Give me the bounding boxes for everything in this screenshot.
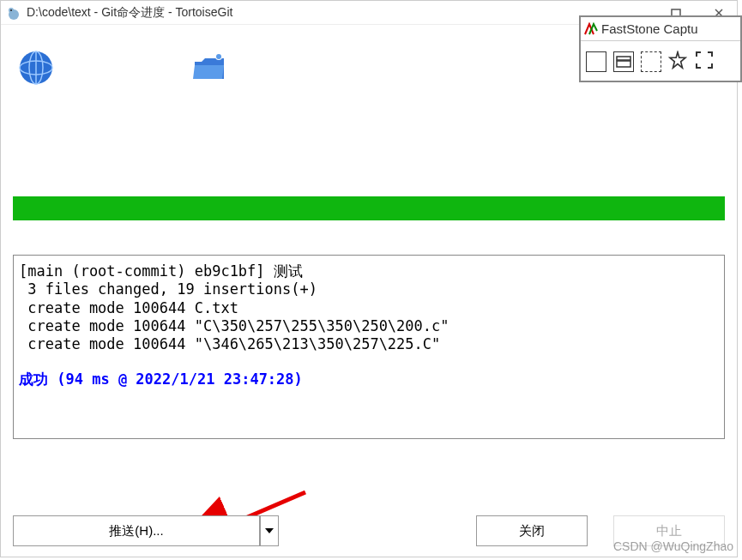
button-row: 推送(H)... 关闭 中止 <box>13 514 725 548</box>
push-dropdown-button[interactable] <box>260 515 279 546</box>
success-detail: (94 ms @ 2022/1/21 23:47:28) <box>48 370 303 388</box>
tortoisegit-icon <box>6 5 21 21</box>
capture-freehand-icon[interactable] <box>668 51 687 73</box>
log-line: create mode 100644 "C\350\257\255\350\25… <box>19 317 719 335</box>
faststone-icon <box>584 22 598 36</box>
faststone-capture-window: FastStone Captu <box>579 15 742 82</box>
folder-icon <box>191 50 227 86</box>
svg-point-12 <box>216 54 221 59</box>
log-line: create mode 100644 C.txt <box>19 299 719 317</box>
log-success-line: 成功 (94 ms @ 2022/1/21 23:47:28) <box>19 370 719 388</box>
svg-rect-17 <box>617 61 630 67</box>
globe-icon <box>18 50 54 86</box>
log-line: create mode 100644 "\346\265\213\350\257… <box>19 335 719 353</box>
capture-window-icon[interactable] <box>586 51 606 72</box>
dialog-content: [main (root-commit) eb9c1bf] 测试 3 files … <box>1 25 737 557</box>
window-title: D:\code\text - Git命令进度 - TortoiseGit <box>27 5 620 21</box>
svg-marker-18 <box>670 52 685 68</box>
faststone-titlebar: FastStone Captu <box>581 17 740 41</box>
push-button-group: 推送(H)... <box>13 515 279 546</box>
svg-marker-15 <box>265 528 274 533</box>
progress-dialog: D:\code\text - Git命令进度 - TortoiseGit [ma… <box>0 0 738 557</box>
log-line: [main (root-commit) eb9c1bf] 测试 <box>19 262 719 280</box>
svg-point-2 <box>10 9 12 11</box>
svg-rect-16 <box>617 57 630 60</box>
push-button[interactable]: 推送(H)... <box>13 515 260 546</box>
output-log[interactable]: [main (root-commit) eb9c1bf] 测试 3 files … <box>13 255 725 439</box>
log-line: 3 files changed, 19 insertions(+) <box>19 280 719 298</box>
faststone-title: FastStone Captu <box>601 21 698 36</box>
success-label: 成功 <box>19 370 48 388</box>
abort-button: 中止 <box>613 515 725 546</box>
faststone-toolbar <box>581 41 740 82</box>
close-button[interactable]: 关闭 <box>476 515 588 546</box>
capture-object-icon[interactable] <box>613 51 634 72</box>
capture-region-icon[interactable] <box>641 51 661 72</box>
progress-bar <box>13 196 725 220</box>
capture-fullscreen-icon[interactable] <box>694 50 715 74</box>
